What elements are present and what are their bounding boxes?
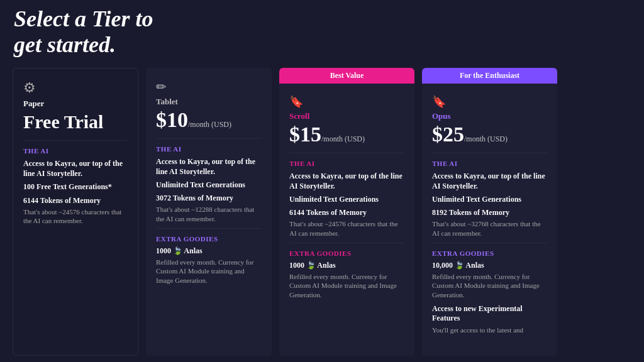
scroll-feature2-sub: That's about ~24576 characters that the … (289, 219, 404, 238)
scroll-period: /month (USD) (321, 134, 365, 143)
scroll-card-wrapper: Best Value 🔖 Scroll $15/month (USD) The … (279, 68, 414, 356)
paper-feature1: 100 Free Text Generations* (23, 182, 128, 192)
tablet-price-row: $10/month (USD) (156, 108, 262, 132)
opus-anlas: 10,000 🍃 Anlas (432, 261, 547, 270)
opus-ai-label: The AI (432, 160, 547, 167)
tablet-icon: ✏ (156, 79, 262, 94)
opus-price-row: $25/month (USD) (432, 123, 547, 146)
scroll-best-value-badge: Best Value (279, 68, 414, 84)
scroll-card[interactable]: 🔖 Scroll $15/month (USD) The AI Access t… (279, 84, 414, 356)
title-line1: Select a Tier to (14, 6, 153, 31)
title-line2: get started. (14, 32, 116, 57)
scroll-ai-desc: Access to Kayra, our top of the line AI … (289, 171, 404, 191)
scroll-extras-label: Extra Goodies (289, 250, 404, 257)
scroll-price: $15 (289, 123, 321, 146)
scroll-icon: 🔖 (289, 95, 404, 109)
tablet-anlas: 1000 🍃 Anlas (156, 246, 262, 256)
scroll-price-row: $15/month (USD) (289, 123, 404, 146)
scroll-ai-label: The AI (289, 160, 404, 167)
tablet-anlas-sub: Refilled every month. Currency for Custo… (156, 258, 262, 285)
tablet-period: /month (USD) (188, 120, 231, 129)
tablet-ai-desc: Access to Kayra, our top of the line AI … (156, 156, 262, 177)
header-title: Select a Tier to get started. (14, 6, 190, 58)
opus-period: /month (USD) (464, 134, 508, 143)
tablet-extras-label: Extra Goodies (156, 235, 262, 243)
tablet-feature2-sub: That's about ~12288 characters that the … (156, 205, 262, 223)
tablet-card[interactable]: ✏ Tablet $10/month (USD) The AI Access t… (146, 68, 272, 356)
opus-feature2: 8192 Tokens of Memory (432, 208, 547, 217)
scroll-name: Scroll (289, 111, 404, 121)
opus-ai-desc: Access to Kayra, our top of the line AI … (432, 171, 547, 191)
paper-the-ai-label: The AI (23, 147, 128, 155)
scroll-anlas-sub: Refilled every month. Currency for Custo… (289, 272, 404, 299)
tablet-feature1: Unlimited Text Generations (156, 180, 262, 190)
paper-feature2-sub: That's about ~24576 characters that the … (23, 207, 128, 226)
opus-card[interactable]: 🔖 Opus $25/month (USD) The AI Access to … (422, 84, 557, 356)
opus-experimental-label: Access to new Experimental Features (432, 304, 547, 324)
paper-ai-desc: Access to Kayra, our top of the line AI … (23, 158, 128, 178)
opus-icon: 🔖 (432, 95, 547, 109)
paper-feature2: 6144 Tokens of Memory (23, 196, 128, 206)
paper-card[interactable]: ⚙ Paper Free Trial The AI Access to Kayr… (13, 68, 138, 356)
opus-card-wrapper: For the Enthusiast 🔖 Opus $25/month (USD… (422, 68, 557, 356)
tablet-feature2: 3072 Tokens of Memory (156, 194, 262, 203)
opus-feature2-sub: That's about ~32768 characters that the … (432, 219, 547, 238)
tablet-ai-label: The AI (156, 145, 262, 153)
opus-extras-label: Extra Goodies (432, 250, 547, 257)
opus-name: Opus (432, 111, 547, 121)
scroll-feature2: 6144 Tokens of Memory (289, 208, 404, 217)
opus-experimental-sub: You'll get access to the latest and (432, 326, 547, 334)
scroll-anlas: 1000 🍃 Anlas (289, 261, 404, 270)
opus-enthusiast-badge: For the Enthusiast (422, 68, 557, 84)
paper-price: Free Trial (23, 111, 128, 133)
tablet-price: $10 (156, 108, 188, 131)
tablet-name: Tablet (156, 97, 262, 107)
opus-feature1: Unlimited Text Generations (432, 195, 547, 204)
opus-anlas-sub: Refilled every month. Currency for Custo… (432, 272, 547, 299)
scroll-feature1: Unlimited Text Generations (289, 195, 404, 204)
paper-name: Paper (23, 99, 128, 109)
paper-icon: ⚙ (23, 80, 128, 96)
opus-price: $25 (432, 123, 464, 146)
